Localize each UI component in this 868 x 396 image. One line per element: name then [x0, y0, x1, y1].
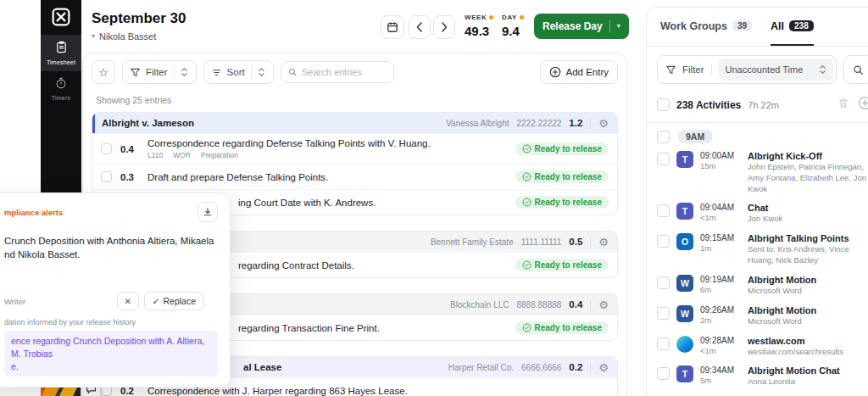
sidebar-item-timesheet[interactable]: Timesheet: [41, 35, 81, 71]
panel-tabs: Work Groups 39 All 238: [647, 8, 868, 47]
entry-description: ing Court Date with K. Andrews.: [238, 198, 507, 208]
entry-tag: L110: [147, 151, 163, 159]
activity-title: Albright Motion Chat: [748, 365, 868, 376]
hour-group-chip: 9AM: [678, 130, 712, 143]
divider: [174, 66, 175, 78]
entry-description: regarding Transaction Fine Print.: [238, 323, 507, 333]
activity-title: Albright Talking Points: [748, 233, 868, 243]
time-entry-row[interactable]: 0.3 Draft and prepare Defense Talking Po…: [92, 164, 617, 189]
check-circle-icon: [522, 144, 531, 153]
activity-checkbox[interactable]: [657, 153, 670, 165]
time-entry-row[interactable]: 0.4 Correspondence regarding Defense Tal…: [92, 133, 617, 164]
activity-time: 09:04AM: [700, 203, 741, 212]
status-badge-label: Ready to release: [535, 323, 603, 332]
add-entry-button[interactable]: Add Entry: [540, 60, 619, 84]
activity-row[interactable]: W 09:26AM2m Albright MotionMicrosoft Wor…: [647, 301, 868, 332]
sidebar-item-timers[interactable]: Timers: [41, 71, 81, 107]
activity-row[interactable]: 09:28AM<1m westlaw.comwestlaw.com/search…: [647, 332, 868, 362]
activity-checkbox[interactable]: [657, 337, 670, 350]
activity-checkbox[interactable]: [657, 367, 670, 380]
search-entries-box[interactable]: [281, 61, 394, 83]
gear-icon[interactable]: ⚙: [598, 362, 609, 373]
activity-checkbox[interactable]: [657, 204, 670, 217]
hour-group-checkbox[interactable]: [657, 131, 670, 143]
activity-checkbox[interactable]: [657, 235, 670, 248]
user-selector[interactable]: ▾ Nikola Basset: [92, 31, 156, 42]
panel-search-button[interactable]: [843, 55, 868, 84]
entry-tag: Preparation: [201, 151, 238, 159]
chevron-updown-icon: [181, 66, 188, 78]
replace-label: Replace: [163, 296, 196, 306]
activity-title: Albright Kick-Off: [748, 151, 868, 161]
chevron-down-icon[interactable]: ▾: [617, 23, 620, 30]
activity-checkbox[interactable]: [657, 276, 670, 289]
timer-icon: [55, 77, 67, 92]
entry-checkbox[interactable]: [101, 143, 112, 154]
entry-checkbox[interactable]: [101, 171, 112, 182]
activities-filter[interactable]: Filter Unaccounted Time: [657, 55, 837, 84]
tab-label: All: [771, 20, 784, 32]
check-circle-icon: [522, 323, 531, 332]
activity-row[interactable]: W 09:39AM Motion Template 2: [647, 392, 868, 396]
activity-row[interactable]: T 09:34AM5m Albright Motion ChatAnna Leo…: [647, 361, 868, 392]
teams-icon: T: [676, 365, 693, 382]
entry-group-header[interactable]: Albright v. Jameson Vanessa Albright 222…: [92, 113, 617, 133]
replace-button[interactable]: ✓ Replace: [144, 292, 204, 310]
download-button[interactable]: [198, 202, 218, 222]
app-logo: [41, 0, 81, 35]
filter-selected-value: Unaccounted Time: [726, 64, 814, 75]
activity-row[interactable]: T 09:00AM15m Albright Kick-OffJohn Epste…: [647, 147, 868, 198]
calendar-icon: [387, 21, 398, 33]
favorite-views-button[interactable]: ☆: [92, 60, 115, 84]
week-value: 49.3: [465, 24, 493, 38]
status-dot: [489, 15, 493, 20]
gear-icon[interactable]: ⚙: [598, 237, 609, 248]
tab-label: Work Groups: [660, 20, 727, 32]
activity-subtitle: Microsoft Word: [748, 316, 868, 327]
tab-work-groups[interactable]: Work Groups 39: [660, 8, 752, 46]
divider: [251, 66, 252, 78]
week-label: WEEK: [465, 14, 487, 21]
search-entries-input[interactable]: [302, 67, 387, 77]
matter-title: al Lease: [243, 362, 281, 372]
previous-day-button[interactable]: [409, 15, 431, 39]
day-total-stat: DAY 9.4: [502, 14, 524, 38]
activities-duration: 7h 22m: [748, 100, 779, 110]
filter-dropdown[interactable]: Filter: [122, 60, 197, 84]
activity-checkbox[interactable]: [657, 307, 670, 320]
filter-value-select[interactable]: Unaccounted Time: [719, 59, 833, 81]
next-day-button[interactable]: [433, 15, 455, 39]
ai-writer-label: Writer: [4, 297, 25, 306]
showing-entries-count: Showing 25 entries: [96, 95, 618, 105]
activity-duration: <1m: [700, 213, 741, 222]
activity-row[interactable]: W 09:19AM6m Albright MotionMicrosoft Wor…: [647, 271, 868, 301]
check-icon: ✓: [153, 296, 160, 306]
tab-all[interactable]: All 238: [771, 8, 814, 46]
activities-count: 238 Activities: [676, 99, 741, 111]
activity-subtitle: Anna Leonita: [748, 376, 868, 388]
select-all-checkbox[interactable]: [657, 98, 670, 111]
gear-icon[interactable]: ⚙: [598, 118, 609, 129]
funnel-icon: [666, 65, 676, 75]
sort-dropdown[interactable]: Sort: [203, 60, 274, 84]
release-day-button[interactable]: Release Day ▾: [534, 14, 629, 39]
check-circle-icon: [522, 260, 531, 270]
app-logo-icon: [52, 8, 70, 26]
activity-row[interactable]: T 09:04AM<1m ChatJon Kwok: [647, 198, 868, 229]
entry-description: Correspondence regarding Defense Talking…: [147, 138, 507, 148]
calendar-button[interactable]: [381, 15, 404, 39]
entry-draft-text: Crunch Deposition with Anthonia Altiera,…: [4, 234, 218, 261]
suggested-text-block[interactable]: ence regarding Crunch Deposition with A.…: [4, 331, 218, 376]
activity-row[interactable]: O 09:15AM1m Albright Talking PointsSent …: [647, 229, 868, 271]
dismiss-suggestion-button[interactable]: ✕: [117, 292, 139, 310]
timesheet-icon: [55, 41, 68, 57]
add-to-timesheet-icon[interactable]: [858, 96, 868, 114]
trash-icon[interactable]: [837, 98, 849, 113]
activity-duration: 2m: [700, 315, 741, 325]
gear-icon[interactable]: ⚙: [598, 299, 609, 310]
matter-number: 8888.88888: [517, 300, 562, 310]
page-title-date: September 30: [92, 10, 186, 27]
matter-number: 2222.22222: [517, 119, 562, 128]
status-badge: Ready to release: [515, 142, 609, 155]
check-circle-icon: [522, 198, 531, 207]
